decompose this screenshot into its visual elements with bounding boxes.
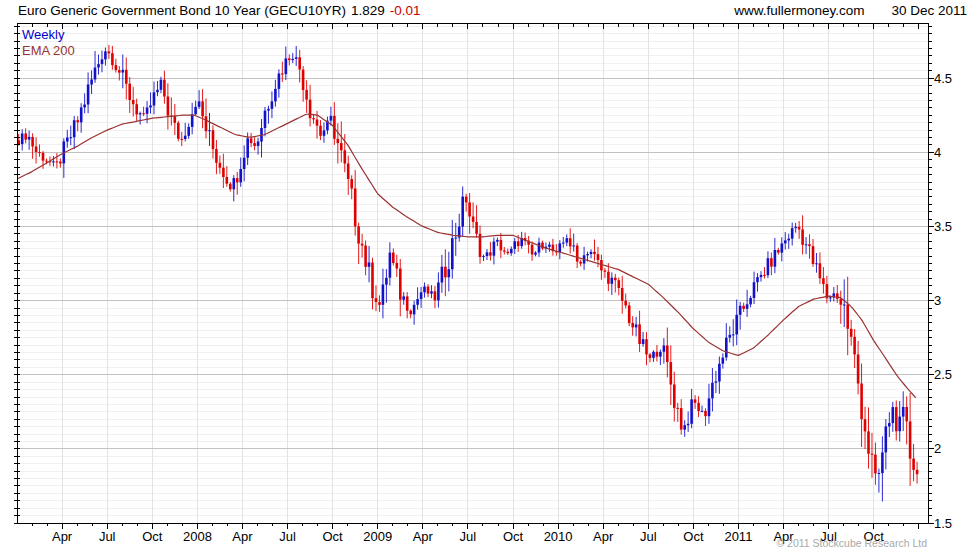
y-axis-label: 2 bbox=[934, 441, 941, 456]
copyright-label: © 2011 Stockcube Research Ltd bbox=[776, 537, 927, 549]
x-axis-label: Jul bbox=[99, 529, 116, 544]
x-axis-label: 2008 bbox=[183, 529, 212, 544]
y-axis-label: 4.5 bbox=[934, 71, 952, 86]
legend-ema-label: EMA 200 bbox=[22, 43, 75, 58]
x-axis-label: Oct bbox=[322, 529, 343, 544]
legend-timeframe-label: Weekly bbox=[22, 27, 64, 42]
y-axis-labels: 4.543.532.521.5 bbox=[934, 71, 952, 531]
y-axis-label: 2.5 bbox=[934, 367, 952, 382]
x-axis-label: Apr bbox=[593, 529, 614, 544]
x-axis-labels: AprJulOct2008AprJulOct2009AprJulOct2010A… bbox=[52, 529, 884, 544]
y-axis-label: 1.5 bbox=[934, 516, 952, 531]
x-axis-label: Apr bbox=[52, 529, 73, 544]
x-axis-label: 2011 bbox=[724, 529, 752, 544]
x-axis-label: 2009 bbox=[363, 529, 392, 544]
y-axis-label: 4 bbox=[934, 145, 941, 160]
y-axis-label: 3 bbox=[934, 293, 941, 308]
x-axis-label: Jul bbox=[460, 529, 477, 544]
fullermoney-bond-chart-page: Euro Generic Government Bond 10 Year (GE… bbox=[0, 0, 980, 560]
x-axis-label: Apr bbox=[232, 529, 253, 544]
x-axis-label: Jul bbox=[640, 529, 657, 544]
x-axis-label: Oct bbox=[683, 529, 704, 544]
x-axis-label: Oct bbox=[503, 529, 524, 544]
x-axis-label: Jul bbox=[279, 529, 296, 544]
candlestick-chart: 4.543.532.521.5AprJulOct2008AprJulOct200… bbox=[0, 0, 980, 560]
x-axis-label: Apr bbox=[413, 529, 434, 544]
x-axis-label: 2010 bbox=[544, 529, 573, 544]
x-axis-label: Oct bbox=[142, 529, 163, 544]
y-axis-label: 3.5 bbox=[934, 219, 952, 234]
